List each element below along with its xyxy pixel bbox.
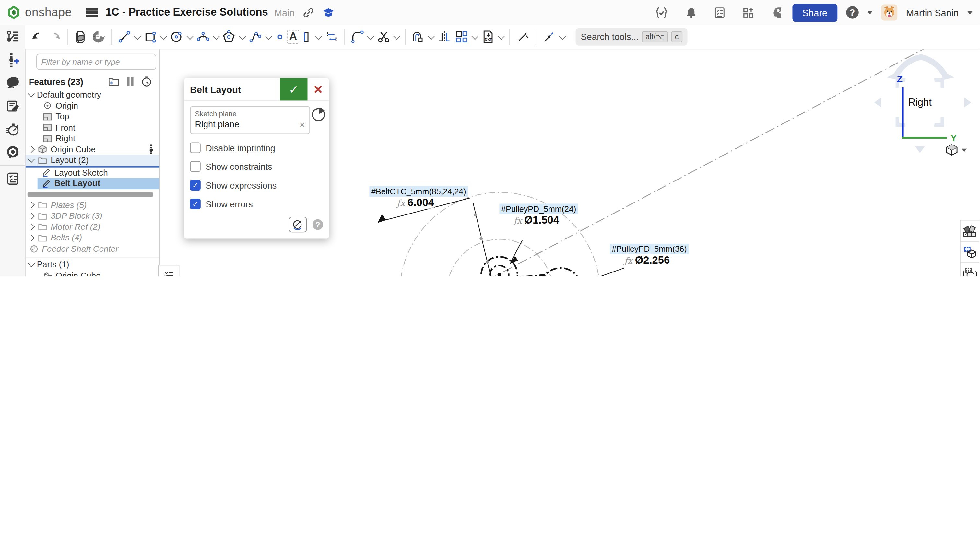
fillet-tool-icon[interactable] [349, 29, 366, 45]
trim-tool-icon[interactable] [375, 29, 393, 45]
expand-caret-icon[interactable] [27, 213, 35, 220]
branch-name[interactable]: Main [274, 7, 295, 18]
share-button[interactable]: Share [792, 3, 837, 22]
checkbox-icon[interactable] [190, 161, 200, 172]
inspect-tool-icon[interactable] [514, 29, 532, 45]
learning-center-icon[interactable] [323, 6, 334, 19]
trim-tool-caret-icon[interactable] [393, 32, 401, 40]
checkbox-checked-icon[interactable]: ✓ [190, 180, 200, 190]
revolve-tool-icon[interactable] [89, 29, 108, 45]
parts-section-header[interactable]: Parts (1) [25, 259, 159, 270]
view-cube-face[interactable]: Right [899, 82, 940, 123]
undo-button[interactable] [29, 30, 46, 44]
onshape-forum-icon[interactable] [0, 141, 25, 163]
line-tool-caret-icon[interactable] [134, 32, 141, 40]
offset-tool-icon[interactable] [409, 29, 427, 45]
tree-item-motor-ref-folder[interactable]: Motor Ref (2) [25, 221, 159, 232]
tree-item-layout-folder[interactable]: Layout (2) [25, 155, 159, 167]
expand-caret-icon[interactable] [27, 146, 35, 153]
rotate-arrows-icon[interactable] [865, 51, 980, 80]
app-store-icon[interactable] [742, 6, 754, 19]
extrude-tool-icon[interactable] [72, 29, 89, 45]
polygon-tool-icon[interactable] [221, 29, 238, 45]
tasks-checklist-icon[interactable] [714, 6, 725, 19]
tree-item-3dp-block-folder[interactable]: 3DP Block (3) [25, 211, 159, 222]
pattern-tool-icon[interactable] [453, 29, 471, 45]
arc-tool-icon[interactable] [194, 29, 212, 45]
clear-selection-icon[interactable]: × [299, 120, 305, 129]
pattern-tool-caret-icon[interactable] [472, 32, 479, 40]
rectangle-tool-icon[interactable] [142, 29, 159, 45]
expand-caret-icon[interactable] [27, 234, 35, 241]
slot-tool-caret-icon[interactable] [315, 32, 323, 40]
user-menu-caret-icon[interactable] [967, 11, 972, 14]
tree-item-layout-sketch[interactable]: Layout Sketch [38, 167, 159, 178]
import-dxf-caret-icon[interactable] [498, 32, 505, 40]
circle-tool-icon[interactable] [168, 29, 186, 45]
edit-notes-icon[interactable] [0, 94, 25, 117]
sketch-plane-field[interactable]: Sketch plane Right plane × [190, 106, 310, 135]
feature-outline-icon[interactable] [0, 25, 25, 48]
tree-item-origin-cube-feature[interactable]: Origin Cube [25, 144, 159, 155]
document-title[interactable]: 1C - Practice Exercise Solutions [106, 6, 268, 19]
featurescript-icon[interactable] [655, 6, 668, 19]
notifications-bell-icon[interactable] [685, 6, 697, 19]
spline-tool-caret-icon[interactable] [265, 32, 272, 40]
checkbox-icon[interactable] [190, 143, 200, 153]
user-name[interactable]: Martin Sanin [906, 7, 959, 18]
user-avatar[interactable] [881, 4, 897, 21]
import-dxf-icon[interactable]: DXF [479, 29, 497, 45]
ai-assistant-icon[interactable] [772, 6, 784, 19]
comments-icon[interactable] [0, 71, 25, 94]
collapse-caret-icon[interactable] [27, 90, 35, 98]
add-folder-icon[interactable] [107, 77, 121, 86]
tree-item-right-plane[interactable]: Right [39, 133, 159, 144]
construction-toggle-caret-icon[interactable] [559, 32, 566, 40]
circle-tool-caret-icon[interactable] [186, 32, 194, 40]
main-menu-icon[interactable] [86, 8, 98, 17]
collapse-caret-icon[interactable] [27, 260, 35, 267]
appearance-panel-icon[interactable] [961, 220, 979, 242]
mate-connector-toggle-icon[interactable] [311, 108, 326, 122]
slot-tool-icon[interactable] [299, 29, 315, 45]
arc-tool-caret-icon[interactable] [213, 32, 220, 40]
versions-history-icon[interactable] [0, 48, 25, 71]
history-stopwatch-icon[interactable] [0, 117, 25, 140]
text-tool-icon[interactable]: A [287, 30, 299, 44]
tree-item-plates-folder[interactable]: Plates (5) [25, 200, 159, 211]
context-menu-dots-icon[interactable] [150, 144, 153, 155]
tree-item-default-geometry[interactable]: Default geometry [25, 89, 159, 100]
tree-item-front-plane[interactable]: Front [39, 122, 159, 133]
dialog-titlebar[interactable]: Belt Layout ✓ ✕ [185, 78, 329, 101]
checkbox-show-errors[interactable]: ✓ Show errors [190, 198, 323, 209]
rectangle-tool-caret-icon[interactable] [160, 32, 167, 40]
share-link-icon[interactable] [304, 7, 314, 18]
tree-item-top-plane[interactable]: Top [39, 111, 159, 122]
view-normal-to-button[interactable] [289, 217, 307, 232]
tree-item-belts-folder[interactable]: Belts (4) [25, 232, 159, 243]
collapse-caret-icon[interactable] [27, 156, 35, 163]
view-menu-button[interactable] [946, 144, 967, 156]
filter-input[interactable] [36, 54, 156, 70]
help-button[interactable]: ? [846, 6, 859, 19]
tree-item-origin[interactable]: Origin [39, 100, 159, 111]
point-tool-icon[interactable] [273, 29, 286, 45]
help-caret-icon[interactable] [867, 11, 872, 14]
offset-tool-caret-icon[interactable] [428, 32, 435, 40]
redo-button[interactable] [46, 30, 64, 44]
rollback-bar[interactable] [27, 192, 153, 196]
custom-tables-panel-icon[interactable] [961, 263, 979, 276]
tree-flyout-toggle[interactable] [158, 265, 180, 276]
pause-updates-icon[interactable] [123, 77, 137, 86]
spline-tool-icon[interactable] [247, 29, 264, 45]
dimension-tool-icon[interactable] [323, 29, 341, 45]
tree-item-feeder-shaft-center[interactable]: Feeder Shaft Center [25, 243, 159, 254]
dimension-pulley-36[interactable]: #PulleyPD_5mm(36) ƒxØ2.256 [610, 243, 689, 266]
mirror-tool-icon[interactable] [436, 29, 453, 45]
part-item-origin-cube[interactable]: Origin Cube [39, 270, 159, 276]
dialog-cancel-button[interactable]: ✕ [307, 78, 329, 100]
line-tool-icon[interactable] [116, 29, 133, 45]
dimension-pulley-24[interactable]: #PulleyPD_5mm(24) ƒxØ1.504 [499, 203, 578, 227]
configuration-panel-icon[interactable] [961, 242, 979, 263]
polygon-tool-caret-icon[interactable] [239, 32, 246, 40]
